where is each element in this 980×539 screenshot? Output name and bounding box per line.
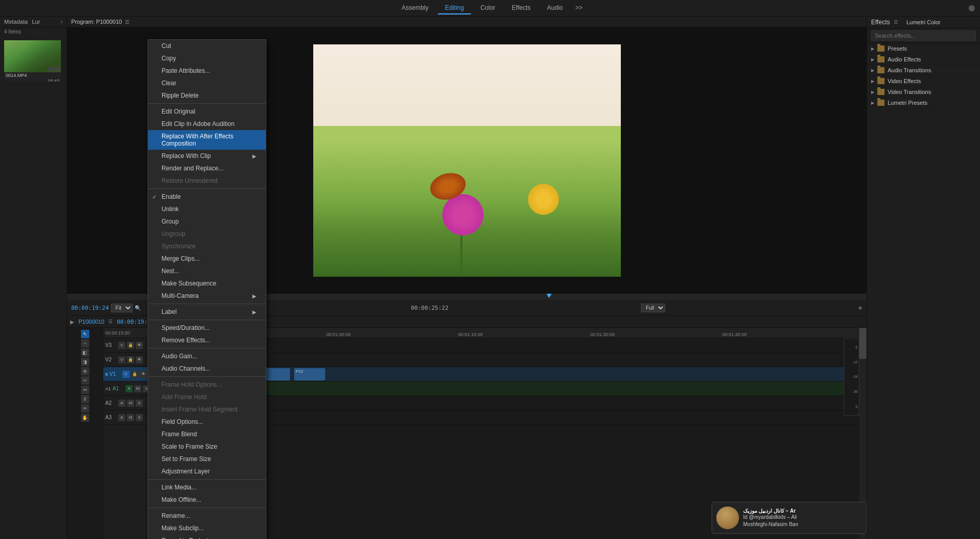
minimize-button[interactable] <box>969 5 975 11</box>
tab-metadata[interactable]: Metadata <box>4 19 28 25</box>
menu-item-label: Cut <box>162 42 171 50</box>
menu-item-make_subsequence[interactable]: Make Subsequence <box>148 277 266 290</box>
tree-label-video-transitions: Video Transitions <box>888 89 931 95</box>
menu-item-render_replace[interactable]: Render and Replace... <box>148 162 266 175</box>
hand-tool[interactable]: ✋ <box>81 414 89 422</box>
menu-item-nest[interactable]: Nest... <box>148 265 266 277</box>
clip-block-v1-2[interactable]: P10 <box>294 368 325 381</box>
select-tool[interactable]: ↖ <box>81 330 89 338</box>
menu-item-group[interactable]: Group <box>148 215 266 228</box>
menu-item-audio_gain[interactable]: Audio Gain... <box>148 350 266 362</box>
track-lock-v3[interactable]: 🔒 <box>127 342 134 349</box>
menu-item-remove_effects[interactable]: Remove Effects... <box>148 334 266 346</box>
media-item[interactable]: 0014.MP4 15:42 <box>4 40 61 82</box>
more-tabs-button[interactable]: >> <box>572 2 586 14</box>
menu-item-make_offline[interactable]: Make Offline... <box>148 494 266 506</box>
chevron-right-icon[interactable]: › <box>61 19 62 25</box>
track-toggle-v3[interactable]: V <box>118 342 125 349</box>
roll-edit-tool[interactable]: ◨ <box>81 358 89 366</box>
menu-icon[interactable]: ☰ <box>125 19 130 25</box>
sequence-label[interactable]: P1000010 <box>78 319 104 325</box>
menu-item-multicamera[interactable]: Multi-Camera▶ <box>148 290 266 302</box>
add-button[interactable]: + <box>858 304 862 312</box>
tree-item-video-transitions[interactable]: ▶ Video Transitions <box>867 87 980 98</box>
track-toggle-a3[interactable]: A <box>118 414 125 421</box>
tab-audio[interactable]: Audio <box>540 2 570 14</box>
menu-item-frame_blend[interactable]: Frame Blend <box>148 428 266 440</box>
menu-item-speed_duration[interactable]: Speed/Duration... <box>148 322 266 334</box>
menu-item-insert_frame_hold: Insert Frame Hold Segment <box>148 403 266 416</box>
tree-item-lumetri-presets[interactable]: ▶ Lumetri Presets <box>867 98 980 108</box>
tab-assembly[interactable]: Assembly <box>394 2 436 14</box>
menu-item-adjustment_layer[interactable]: Adjustment Layer <box>148 465 266 478</box>
tab-editing[interactable]: Editing <box>438 2 471 14</box>
ripple-edit-tool[interactable]: ◧ <box>81 348 89 357</box>
track-lock-v1[interactable]: 🔒 <box>131 371 138 378</box>
chevron-right-icon-ve: ▶ <box>871 79 874 84</box>
tree-item-presets[interactable]: ▶ Presets <box>867 43 980 54</box>
menu-item-edit_original[interactable]: Edit Original <box>148 105 266 118</box>
tab-lur[interactable]: Lur <box>32 19 40 25</box>
notification-box[interactable]: کانال اردبیل موزیک – Ar Id @myardabilkid… <box>712 502 866 534</box>
track-active-a1[interactable]: A <box>125 385 133 392</box>
lumetri-color-button[interactable]: Lumetri Color <box>906 19 940 25</box>
track-row-a1[interactable] <box>206 382 866 396</box>
effects-search-input[interactable] <box>871 30 976 41</box>
menu-item-reveal_in_project[interactable]: Reveal in Project <box>148 534 266 539</box>
track-lock-a2[interactable]: M <box>127 400 134 407</box>
menu-item-scale_to_frame[interactable]: Scale to Frame Size <box>148 440 266 453</box>
tree-item-video-effects[interactable]: ▶ Video Effects <box>867 76 980 87</box>
menu-item-paste_attributes[interactable]: Paste Attributes... <box>148 65 266 77</box>
track-eye-v3[interactable]: 👁 <box>136 342 143 349</box>
track-solo-a2[interactable]: S <box>136 400 143 407</box>
menu-item-replace_ae[interactable]: Replace With After Effects Composition <box>148 130 266 150</box>
track-lock-a3[interactable]: M <box>127 414 134 421</box>
menu-item-replace_clip[interactable]: Replace With Clip▶ <box>148 150 266 162</box>
tab-effects[interactable]: Effects <box>505 2 538 14</box>
track-eye-v2[interactable]: 👁 <box>136 356 143 363</box>
tree-item-audio-effects[interactable]: ▶ Audio Effects <box>867 54 980 65</box>
total-timecode: 00:00:25:22 <box>411 305 448 311</box>
scrollbar-thumb[interactable] <box>859 328 866 359</box>
menu-item-merge_clips[interactable]: Merge Clips... <box>148 252 266 265</box>
track-select-tool[interactable]: ↔ <box>81 339 89 347</box>
menu-item-label[interactable]: Label▶ <box>148 306 266 318</box>
menu-item-ripple_delete[interactable]: Ripple Delete <box>148 89 266 102</box>
tab-color[interactable]: Color <box>473 2 503 14</box>
settings-icon[interactable]: ☰ <box>108 319 113 324</box>
track-lock-a1[interactable]: M <box>134 385 141 392</box>
notification-name: Moshfeghi-Nafasim Ban <box>743 521 798 528</box>
track-toggle-a2[interactable]: A <box>118 400 125 407</box>
menu-item-clear[interactable]: Clear <box>148 77 266 89</box>
menu-item-unlink[interactable]: Unlink <box>148 203 266 215</box>
menu-item-make_subclip[interactable]: Make Subclip... <box>148 522 266 534</box>
menu-item-label: Ungroup <box>162 230 185 237</box>
slide-tool[interactable]: ⇕ <box>81 395 89 403</box>
menu-item-cut[interactable]: Cut <box>148 40 266 52</box>
pen-tool[interactable]: ✏ <box>81 404 89 413</box>
fit-dropdown[interactable]: Fit <box>111 304 133 312</box>
track-solo-a3[interactable]: S <box>136 414 143 421</box>
menu-item-field_options[interactable]: Field Options... <box>148 416 266 428</box>
track-label-v3: V3 <box>105 342 117 348</box>
slip-tool[interactable]: ⇔ <box>81 386 89 394</box>
panel-menu-icon[interactable]: ☰ <box>894 20 898 25</box>
menu-item-set_to_frame[interactable]: Set to Frame Size <box>148 453 266 465</box>
razor-tool[interactable]: ✂ <box>81 376 89 385</box>
track-row-v1[interactable]: 0.MP4 [V] P10 <box>206 367 866 382</box>
track-toggle-v2[interactable]: V <box>118 356 125 363</box>
menu-item-audio_channels[interactable]: Audio Channels... <box>148 362 266 375</box>
menu-item-edit_clip_audition[interactable]: Edit Clip In Adobe Audition <box>148 118 266 130</box>
menu-item-link_media[interactable]: Link Media... <box>148 481 266 494</box>
rate-stretch-tool[interactable]: ⊕ <box>81 367 89 375</box>
tree-item-audio-transitions[interactable]: ▶ Audio Transitions <box>867 65 980 76</box>
menu-item-enable[interactable]: ✓Enable <box>148 191 266 203</box>
track-lock-v2[interactable]: 🔒 <box>127 356 134 363</box>
track-active-v1[interactable]: V <box>122 371 130 378</box>
current-timecode[interactable]: 00:00:19:24 <box>71 305 109 311</box>
menu-item-copy[interactable]: Copy <box>148 52 266 65</box>
track-eye-v1[interactable]: 👁 <box>140 371 147 378</box>
menu-item-rename[interactable]: Rename... <box>148 510 266 522</box>
full-quality-dropdown[interactable]: Full <box>641 304 665 312</box>
zoom-icon[interactable]: 🔍 <box>135 305 141 311</box>
